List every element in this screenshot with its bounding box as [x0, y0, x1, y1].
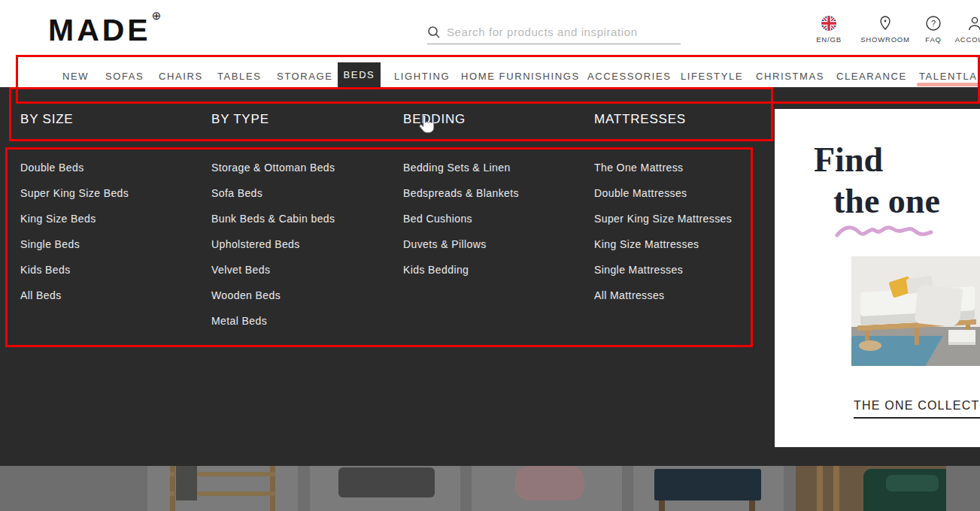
category-heading-bedding[interactable]: BEDDING	[403, 112, 466, 127]
nav-item-tables[interactable]: TABLES	[217, 71, 262, 82]
nav-item-talentlab[interactable]: TALENTLAB	[919, 71, 980, 82]
menu-item-upholstered-beds[interactable]: Upholstered Beds	[211, 231, 399, 257]
menu-item-king-size-beds[interactable]: King Size Beds	[20, 206, 208, 231]
site-header: MADE⊕ EN/GB	[0, 0, 980, 87]
promo-image-mattress	[851, 256, 980, 366]
nav-item-clearance[interactable]: CLEARANCE	[836, 71, 907, 82]
nav-item-christmas[interactable]: CHRISTMAS	[756, 71, 824, 82]
promo-title-line2: the one	[833, 184, 940, 219]
menu-item-bedspreads-blankets[interactable]: Bedspreads & Blankets	[403, 180, 591, 206]
menu-item-velvet-beds[interactable]: Velvet Beds	[211, 257, 399, 283]
menu-item-storage-ottoman-beds[interactable]: Storage & Ottoman Beds	[211, 155, 399, 180]
showroom-button[interactable]: SHOWROOM	[857, 15, 913, 44]
menu-item-single-mattresses[interactable]: Single Mattresses	[594, 257, 782, 283]
talentlab-highlight-underline	[917, 83, 980, 86]
product-card-green-armchair	[796, 466, 946, 511]
product-card-bunk-bed	[147, 466, 298, 511]
nav-item-lifestyle[interactable]: LIFESTYLE	[681, 71, 743, 82]
menu-item-single-beds[interactable]: Single Beds	[20, 231, 208, 257]
menu-item-kids-beds[interactable]: Kids Beds	[20, 257, 208, 283]
the-one-collection-link[interactable]: THE ONE COLLECTION	[854, 399, 980, 419]
nav-item-accessories[interactable]: ACCESSORIES	[587, 71, 672, 82]
locale-button[interactable]: EN/GB	[812, 15, 845, 44]
category-heading-by-size[interactable]: BY SIZE	[20, 112, 73, 127]
nav-item-beds[interactable]: BEDS	[338, 62, 381, 87]
promo-panel-the-one[interactable]: Find the one THE ONE COLLECTION	[775, 109, 980, 447]
menu-item-super-king-size-beds[interactable]: Super King Size Beds	[20, 180, 208, 206]
product-card-navy-bed	[633, 466, 784, 511]
nav-item-storage[interactable]: STORAGE	[277, 71, 333, 82]
search-icon	[427, 26, 441, 39]
dimmed-page-products	[0, 466, 980, 511]
menu-item-bunk-beds-cabin-beds[interactable]: Bunk Beds & Cabin beds	[211, 206, 399, 231]
svg-text:?: ?	[931, 19, 936, 28]
menu-item-king-size-mattresses[interactable]: King Size Mattresses	[594, 231, 782, 257]
menu-item-all-mattresses[interactable]: All Mattresses	[594, 283, 782, 308]
pink-squiggle-underline	[835, 222, 934, 240]
location-pin-icon	[857, 15, 913, 32]
category-heading-mattresses[interactable]: MATTRESSES	[594, 112, 686, 127]
menu-item-metal-beds[interactable]: Metal Beds	[211, 308, 399, 334]
question-mark-icon: ?	[921, 15, 945, 32]
faq-button[interactable]: ? FAQ	[921, 15, 945, 44]
menu-column-bedding: Bedding Sets & LinenBedspreads & Blanket…	[403, 155, 591, 283]
made-logo[interactable]: MADE⊕	[48, 9, 161, 48]
menu-column-by-size: Double BedsSuper King Size BedsKing Size…	[20, 155, 208, 308]
menu-column-mattresses: The One MattressDouble MattressesSuper K…	[594, 155, 782, 308]
menu-item-duvets-pillows[interactable]: Duvets & Pillows	[403, 231, 591, 257]
menu-item-double-mattresses[interactable]: Double Mattresses	[594, 180, 782, 206]
nav-item-chairs[interactable]: CHAIRS	[159, 71, 203, 82]
menu-item-the-one-mattress[interactable]: The One Mattress	[594, 155, 782, 180]
account-button[interactable]: ACCOUNT	[952, 15, 980, 44]
search-input[interactable]	[447, 26, 681, 38]
search-bar[interactable]	[427, 20, 681, 44]
menu-column-by-type: Storage & Ottoman BedsSofa BedsBunk Beds…	[211, 155, 399, 334]
menu-item-double-beds[interactable]: Double Beds	[20, 155, 208, 180]
product-card-grey-headboard	[310, 466, 460, 511]
category-heading-by-type[interactable]: BY TYPE	[211, 112, 269, 127]
menu-item-sofa-beds[interactable]: Sofa Beds	[211, 180, 399, 206]
uk-flag-icon	[812, 15, 845, 32]
nav-item-lighting[interactable]: LIGHTING	[394, 71, 450, 82]
promo-title-line1: Find	[814, 143, 883, 177]
menu-item-kids-bedding[interactable]: Kids Bedding	[403, 257, 591, 283]
person-icon	[952, 15, 980, 32]
nav-item-sofas[interactable]: SOFAS	[105, 71, 144, 82]
nav-item-home-furnishings[interactable]: HOME FURNISHINGS	[461, 71, 580, 82]
menu-item-all-beds[interactable]: All Beds	[20, 283, 208, 308]
nav-item-new[interactable]: NEW	[62, 71, 89, 82]
product-card-blush-headboard	[472, 466, 622, 511]
menu-item-super-king-size-mattresses[interactable]: Super King Size Mattresses	[594, 206, 782, 231]
menu-item-wooden-beds[interactable]: Wooden Beds	[211, 283, 399, 308]
logo-registered-mark: ⊕	[152, 9, 162, 22]
menu-item-bed-cushions[interactable]: Bed Cushions	[403, 206, 591, 231]
menu-item-bedding-sets-linen[interactable]: Bedding Sets & Linen	[403, 155, 591, 180]
